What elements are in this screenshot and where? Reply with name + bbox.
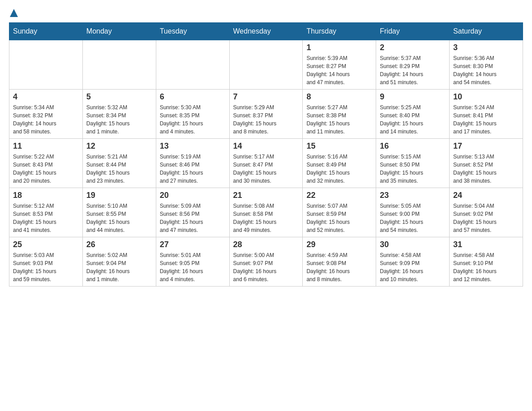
day-info: Sunrise: 5:16 AM Sunset: 8:49 PM Dayligh…	[306, 153, 372, 185]
calendar-cell: 1Sunrise: 5:39 AM Sunset: 8:27 PM Daylig…	[303, 40, 376, 90]
day-number: 7	[233, 92, 299, 102]
calendar-cell: 26Sunrise: 5:02 AM Sunset: 9:04 PM Dayli…	[82, 237, 156, 287]
calendar-cell	[9, 40, 83, 90]
day-number: 18	[13, 191, 79, 200]
column-header-wednesday: Wednesday	[229, 23, 303, 40]
day-info: Sunrise: 5:30 AM Sunset: 8:35 PM Dayligh…	[160, 103, 226, 136]
calendar-week-row: 4Sunrise: 5:34 AM Sunset: 8:32 PM Daylig…	[9, 90, 523, 139]
calendar-table: SundayMondayTuesdayWednesdayThursdayFrid…	[9, 22, 523, 287]
calendar-week-row: 1Sunrise: 5:39 AM Sunset: 8:27 PM Daylig…	[9, 40, 523, 90]
calendar-cell: 28Sunrise: 5:00 AM Sunset: 9:07 PM Dayli…	[229, 237, 303, 287]
calendar-cell: 30Sunrise: 4:58 AM Sunset: 9:09 PM Dayli…	[376, 237, 450, 287]
day-info: Sunrise: 5:21 AM Sunset: 8:44 PM Dayligh…	[86, 153, 152, 185]
day-info: Sunrise: 5:36 AM Sunset: 8:30 PM Dayligh…	[453, 54, 519, 86]
day-info: Sunrise: 4:58 AM Sunset: 9:10 PM Dayligh…	[453, 251, 519, 283]
day-info: Sunrise: 5:03 AM Sunset: 9:03 PM Dayligh…	[13, 251, 79, 283]
day-number: 5	[86, 92, 152, 102]
calendar-cell: 29Sunrise: 4:59 AM Sunset: 9:08 PM Dayli…	[303, 237, 376, 287]
day-number: 8	[306, 92, 372, 102]
day-info: Sunrise: 4:59 AM Sunset: 9:08 PM Dayligh…	[306, 251, 372, 283]
calendar-cell: 31Sunrise: 4:58 AM Sunset: 9:10 PM Dayli…	[450, 237, 523, 287]
day-info: Sunrise: 5:09 AM Sunset: 8:56 PM Dayligh…	[160, 202, 226, 234]
calendar-cell: 5Sunrise: 5:32 AM Sunset: 8:34 PM Daylig…	[82, 90, 156, 139]
calendar-cell: 21Sunrise: 5:08 AM Sunset: 8:58 PM Dayli…	[229, 188, 303, 237]
day-info: Sunrise: 5:27 AM Sunset: 8:38 PM Dayligh…	[306, 103, 372, 136]
day-info: Sunrise: 5:04 AM Sunset: 9:02 PM Dayligh…	[453, 202, 519, 234]
day-number: 12	[86, 141, 152, 151]
calendar-cell: 8Sunrise: 5:27 AM Sunset: 8:38 PM Daylig…	[303, 90, 376, 139]
calendar-week-row: 11Sunrise: 5:22 AM Sunset: 8:43 PM Dayli…	[9, 139, 523, 188]
day-info: Sunrise: 5:15 AM Sunset: 8:50 PM Dayligh…	[380, 153, 446, 185]
day-number: 26	[86, 240, 152, 249]
logo	[9, 9, 18, 18]
day-number: 1	[306, 43, 372, 52]
day-info: Sunrise: 5:19 AM Sunset: 8:46 PM Dayligh…	[160, 153, 226, 185]
day-number: 11	[13, 141, 79, 151]
calendar-cell: 12Sunrise: 5:21 AM Sunset: 8:44 PM Dayli…	[82, 139, 156, 188]
day-info: Sunrise: 5:07 AM Sunset: 8:59 PM Dayligh…	[306, 202, 372, 234]
day-info: Sunrise: 4:58 AM Sunset: 9:09 PM Dayligh…	[380, 251, 446, 283]
day-number: 9	[380, 92, 446, 102]
calendar-cell: 10Sunrise: 5:24 AM Sunset: 8:41 PM Dayli…	[450, 90, 523, 139]
day-info: Sunrise: 5:25 AM Sunset: 8:40 PM Dayligh…	[380, 103, 446, 136]
column-header-sunday: Sunday	[9, 23, 83, 40]
calendar-cell: 3Sunrise: 5:36 AM Sunset: 8:30 PM Daylig…	[450, 40, 523, 90]
day-info: Sunrise: 5:00 AM Sunset: 9:07 PM Dayligh…	[233, 251, 299, 283]
day-number: 17	[453, 141, 519, 151]
calendar-cell: 20Sunrise: 5:09 AM Sunset: 8:56 PM Dayli…	[156, 188, 229, 237]
calendar-cell: 16Sunrise: 5:15 AM Sunset: 8:50 PM Dayli…	[376, 139, 450, 188]
calendar-cell: 23Sunrise: 5:05 AM Sunset: 9:00 PM Dayli…	[376, 188, 450, 237]
calendar-header-row: SundayMondayTuesdayWednesdayThursdayFrid…	[9, 23, 523, 40]
calendar-week-row: 25Sunrise: 5:03 AM Sunset: 9:03 PM Dayli…	[9, 237, 523, 287]
day-info: Sunrise: 5:17 AM Sunset: 8:47 PM Dayligh…	[233, 153, 299, 185]
column-header-tuesday: Tuesday	[156, 23, 229, 40]
day-number: 28	[233, 240, 299, 249]
svg-marker-0	[10, 9, 18, 17]
calendar-cell: 11Sunrise: 5:22 AM Sunset: 8:43 PM Dayli…	[9, 139, 83, 188]
column-header-monday: Monday	[82, 23, 156, 40]
day-number: 29	[306, 240, 372, 249]
calendar-cell: 24Sunrise: 5:04 AM Sunset: 9:02 PM Dayli…	[450, 188, 523, 237]
day-number: 15	[306, 141, 372, 151]
calendar-cell	[156, 40, 229, 90]
day-info: Sunrise: 5:24 AM Sunset: 8:41 PM Dayligh…	[453, 103, 519, 136]
day-info: Sunrise: 5:22 AM Sunset: 8:43 PM Dayligh…	[13, 153, 79, 185]
calendar-cell: 19Sunrise: 5:10 AM Sunset: 8:55 PM Dayli…	[82, 188, 156, 237]
calendar-cell: 22Sunrise: 5:07 AM Sunset: 8:59 PM Dayli…	[303, 188, 376, 237]
day-number: 24	[453, 191, 519, 200]
day-info: Sunrise: 5:37 AM Sunset: 8:29 PM Dayligh…	[380, 54, 446, 86]
calendar-cell: 27Sunrise: 5:01 AM Sunset: 9:05 PM Dayli…	[156, 237, 229, 287]
day-number: 4	[13, 92, 79, 102]
calendar-week-row: 18Sunrise: 5:12 AM Sunset: 8:53 PM Dayli…	[9, 188, 523, 237]
day-number: 16	[380, 141, 446, 151]
day-number: 31	[453, 240, 519, 249]
day-number: 2	[380, 43, 446, 52]
calendar-cell	[229, 40, 303, 90]
day-number: 23	[380, 191, 446, 200]
day-number: 13	[160, 141, 226, 151]
page-header	[9, 9, 523, 18]
day-number: 14	[233, 141, 299, 151]
calendar-cell: 13Sunrise: 5:19 AM Sunset: 8:46 PM Dayli…	[156, 139, 229, 188]
calendar-cell: 14Sunrise: 5:17 AM Sunset: 8:47 PM Dayli…	[229, 139, 303, 188]
calendar-cell: 9Sunrise: 5:25 AM Sunset: 8:40 PM Daylig…	[376, 90, 450, 139]
calendar-cell: 6Sunrise: 5:30 AM Sunset: 8:35 PM Daylig…	[156, 90, 229, 139]
calendar-cell: 15Sunrise: 5:16 AM Sunset: 8:49 PM Dayli…	[303, 139, 376, 188]
calendar-cell	[82, 40, 156, 90]
column-header-friday: Friday	[376, 23, 450, 40]
calendar-cell: 18Sunrise: 5:12 AM Sunset: 8:53 PM Dayli…	[9, 188, 83, 237]
calendar-cell: 17Sunrise: 5:13 AM Sunset: 8:52 PM Dayli…	[450, 139, 523, 188]
day-info: Sunrise: 5:08 AM Sunset: 8:58 PM Dayligh…	[233, 202, 299, 234]
day-number: 20	[160, 191, 226, 200]
calendar-cell: 4Sunrise: 5:34 AM Sunset: 8:32 PM Daylig…	[9, 90, 83, 139]
day-info: Sunrise: 5:32 AM Sunset: 8:34 PM Dayligh…	[86, 103, 152, 136]
day-info: Sunrise: 5:02 AM Sunset: 9:04 PM Dayligh…	[86, 251, 152, 283]
day-number: 30	[380, 240, 446, 249]
calendar-cell: 2Sunrise: 5:37 AM Sunset: 8:29 PM Daylig…	[376, 40, 450, 90]
calendar-cell: 25Sunrise: 5:03 AM Sunset: 9:03 PM Dayli…	[9, 237, 83, 287]
day-info: Sunrise: 5:13 AM Sunset: 8:52 PM Dayligh…	[453, 153, 519, 185]
day-info: Sunrise: 5:12 AM Sunset: 8:53 PM Dayligh…	[13, 202, 79, 234]
day-info: Sunrise: 5:01 AM Sunset: 9:05 PM Dayligh…	[160, 251, 226, 283]
day-number: 6	[160, 92, 226, 102]
day-number: 21	[233, 191, 299, 200]
